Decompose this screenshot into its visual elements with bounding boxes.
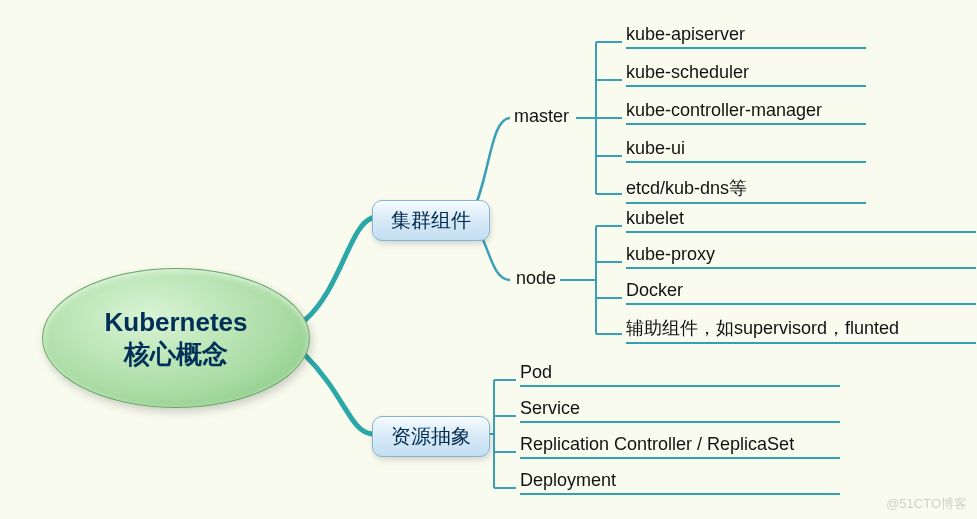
leaf-master-4: etcd/kub-dns等 xyxy=(626,176,866,204)
branch-resource: 资源抽象 xyxy=(372,416,490,457)
leaf-master-3: kube-ui xyxy=(626,138,866,163)
leaf-resource-2: Replication Controller / ReplicaSet xyxy=(520,434,840,459)
leaf-node-1: kube-proxy xyxy=(626,244,976,269)
sublabel-node: node xyxy=(516,268,556,289)
leaf-master-0: kube-apiserver xyxy=(626,24,866,49)
leaf-resource-3: Deployment xyxy=(520,470,840,495)
root-line1: Kubernetes xyxy=(104,306,247,339)
leaf-master-2: kube-controller-manager xyxy=(626,100,866,125)
leaf-master-1: kube-scheduler xyxy=(626,62,866,87)
branch-cluster: 集群组件 xyxy=(372,200,490,241)
leaf-node-3: 辅助组件，如supervisord，flunted xyxy=(626,316,976,344)
sublabel-master: master xyxy=(514,106,569,127)
leaf-resource-1: Service xyxy=(520,398,840,423)
leaf-node-2: Docker xyxy=(626,280,976,305)
leaf-resource-0: Pod xyxy=(520,362,840,387)
watermark: @51CTO博客 xyxy=(886,495,967,513)
root-node: Kubernetes 核心概念 xyxy=(42,268,310,408)
root-line2: 核心概念 xyxy=(124,338,228,371)
leaf-node-0: kubelet xyxy=(626,208,976,233)
